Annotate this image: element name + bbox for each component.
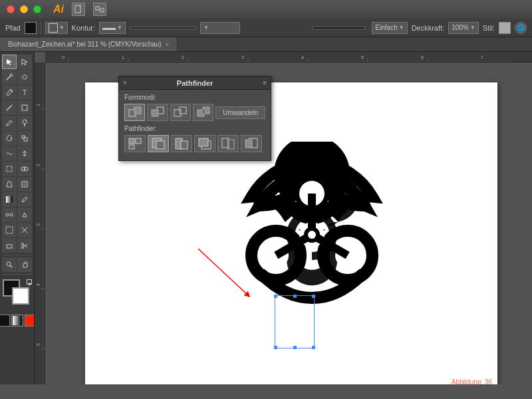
free-transform-tool[interactable] [2, 162, 17, 176]
tool-row-2 [2, 70, 32, 84]
svg-text:5: 5 [361, 55, 364, 60]
eraser-tool[interactable] [2, 238, 17, 253]
toolbar: T [0, 52, 35, 384]
magic-wand-tool[interactable] [2, 70, 17, 84]
svg-rect-99 [245, 140, 252, 148]
close-button[interactable] [7, 5, 15, 13]
tab-bar: Biohazard_Zeichen.ai* bei 311 % (CMYK/Vo… [0, 37, 532, 52]
panel-close-button[interactable]: × [123, 79, 127, 86]
tab-title: Biohazard_Zeichen.ai* bei 311 % (CMYK/Vo… [8, 41, 162, 48]
shape-builder-tool[interactable] [17, 162, 32, 176]
pf-trim-btn[interactable] [148, 135, 169, 152]
handle-tr[interactable] [312, 295, 315, 298]
gradient-tool[interactable] [2, 192, 17, 207]
line-tool[interactable] [2, 100, 17, 115]
width-tool[interactable] [17, 146, 32, 161]
direct-selection-tool[interactable] [17, 55, 32, 69]
warp-tool[interactable] [2, 146, 17, 161]
tool-row-7 [2, 146, 32, 161]
formmodi-row: Umwandeln [124, 104, 265, 121]
type-tool[interactable]: T [17, 85, 32, 100]
pf-merge-btn[interactable] [171, 135, 192, 152]
tab-close-button[interactable]: × [166, 41, 169, 48]
document-icon[interactable] [72, 3, 85, 16]
svg-rect-88 [136, 138, 141, 144]
main-area: T [0, 52, 532, 384]
document-tab[interactable]: Biohazard_Zeichen.ai* bei 311 % (CMYK/Vo… [0, 37, 178, 51]
live-paint-tool[interactable] [17, 207, 32, 222]
deckkraft-input[interactable]: 100% ▼ [448, 22, 479, 34]
formmodi-intersect-btn[interactable] [170, 104, 191, 121]
panel-menu-button[interactable]: ≡ [263, 79, 267, 86]
handle-tm[interactable] [293, 295, 297, 298]
pathfinder-section-label: Pathfinder: [124, 125, 265, 132]
shape-tool[interactable] [17, 100, 32, 115]
stroke-options[interactable]: ▼ [200, 22, 240, 34]
svg-line-32 [11, 266, 13, 268]
eyedropper-tool[interactable] [17, 192, 32, 207]
formmodi-add-btn[interactable] [124, 104, 145, 121]
mesh-tool[interactable] [17, 177, 32, 192]
tool-row-4 [2, 100, 32, 115]
selection-handles [275, 295, 315, 348]
artboard-tool[interactable] [2, 223, 17, 237]
einfach-select[interactable]: Einfach ▼ [372, 22, 407, 34]
scissors-tool[interactable] [17, 238, 32, 253]
stroke-color-swatch[interactable] [25, 315, 35, 327]
globe-icon[interactable]: 🌐 [515, 22, 527, 34]
svg-rect-2 [100, 9, 104, 12]
rotate-tool[interactable] [2, 131, 17, 146]
handle-bm[interactable] [293, 346, 297, 349]
tool-row-9 [2, 177, 32, 192]
formmodi-subtract-btn[interactable] [147, 104, 168, 121]
stroke-selector[interactable]: ▼ [45, 22, 68, 34]
pf-outline-btn[interactable] [217, 135, 239, 152]
svg-text:1: 1 [122, 55, 124, 60]
arrange-icon[interactable] [93, 3, 106, 16]
svg-rect-78 [134, 107, 141, 114]
svg-text:4: 4 [36, 283, 41, 286]
handle-tl[interactable] [274, 295, 277, 298]
hand-tool[interactable] [17, 257, 32, 272]
blend-tool[interactable] [2, 207, 17, 222]
pf-minus-back-btn[interactable] [241, 135, 262, 152]
svg-text:2: 2 [36, 164, 41, 166]
svg-point-20 [22, 201, 23, 202]
background-color-swatch[interactable] [12, 287, 29, 305]
pathfinder-panel: × Pathfinder ≡ Formmodi: [118, 76, 271, 161]
pen-tool[interactable] [2, 85, 17, 100]
handle-br[interactable] [312, 346, 315, 349]
umwandeln-button[interactable]: Umwandeln [215, 106, 265, 119]
swap-colors-icon[interactable] [27, 279, 32, 285]
brush-tool[interactable] [17, 116, 32, 130]
svg-line-3 [7, 76, 11, 80]
kontur-value[interactable]: ▬▬ ▼ [99, 22, 126, 34]
perspective-tool[interactable] [2, 177, 17, 192]
svg-marker-15 [7, 182, 12, 187]
selection-tool[interactable] [2, 55, 17, 69]
slice-tool[interactable] [17, 223, 32, 237]
lasso-tool[interactable] [17, 70, 32, 84]
tool-row-12 [2, 223, 32, 237]
handle-bl[interactable] [274, 346, 277, 349]
fill-swatch[interactable] [25, 22, 37, 34]
none-color-swatch[interactable] [0, 315, 10, 327]
formmodi-exclude-btn[interactable] [193, 104, 213, 121]
maximize-button[interactable] [33, 5, 41, 13]
svg-point-75 [308, 231, 316, 239]
svg-point-14 [24, 167, 28, 171]
ruler-left: 1 2 3 4 5 [35, 63, 45, 384]
zoom-tool[interactable] [2, 257, 17, 272]
stil-swatch[interactable] [499, 22, 511, 34]
pf-divide-btn[interactable] [124, 135, 146, 152]
gradient-swatch[interactable] [11, 315, 23, 327]
scale-tool[interactable] [17, 131, 32, 146]
svg-text:3: 3 [36, 223, 41, 226]
canvas-area[interactable]: 0 1 2 3 4 5 6 7 1 [35, 52, 532, 384]
svg-line-76 [198, 249, 248, 295]
pencil-tool[interactable] [2, 116, 17, 130]
svg-text:3: 3 [241, 55, 244, 60]
minimize-button[interactable] [20, 5, 28, 13]
einfach-label: Einfach [375, 24, 397, 31]
pf-crop-btn[interactable] [194, 135, 215, 152]
